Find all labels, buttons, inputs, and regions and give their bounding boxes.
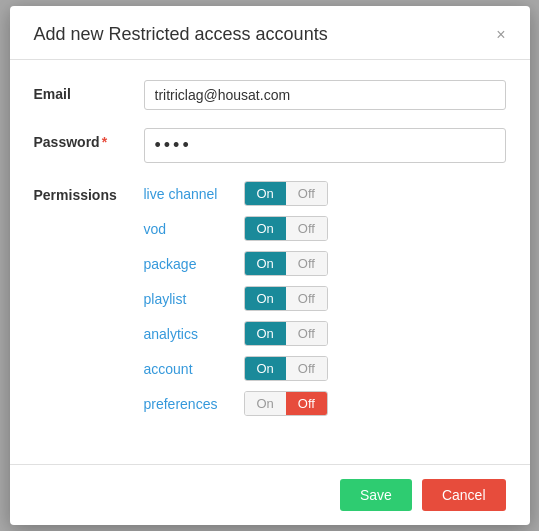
off-toggle-button[interactable]: Off (286, 252, 327, 275)
on-toggle-button[interactable]: On (245, 322, 286, 345)
permission-row: playlistOnOff (144, 286, 506, 311)
off-toggle-button[interactable]: Off (286, 182, 327, 205)
on-toggle-button[interactable]: On (245, 357, 286, 380)
permission-row: live channelOnOff (144, 181, 506, 206)
off-toggle-button[interactable]: Off (286, 392, 327, 415)
on-toggle-button[interactable]: On (245, 392, 286, 415)
toggle-group: OnOff (244, 251, 328, 276)
permissions-label: Permissions (34, 181, 144, 203)
email-input[interactable] (144, 80, 506, 110)
toggle-group: OnOff (244, 286, 328, 311)
on-toggle-button[interactable]: On (245, 287, 286, 310)
off-toggle-button[interactable]: Off (286, 357, 327, 380)
permission-name: preferences (144, 396, 244, 412)
permission-name: account (144, 361, 244, 377)
modal-header: Add new Restricted access accounts × (10, 6, 530, 60)
toggle-group: OnOff (244, 391, 328, 416)
permission-row: packageOnOff (144, 251, 506, 276)
close-button[interactable]: × (496, 27, 505, 43)
off-toggle-button[interactable]: Off (286, 322, 327, 345)
password-input[interactable] (144, 128, 506, 163)
permission-row: analyticsOnOff (144, 321, 506, 346)
off-toggle-button[interactable]: Off (286, 217, 327, 240)
email-label: Email (34, 80, 144, 102)
permission-name: live channel (144, 186, 244, 202)
email-row: Email (34, 80, 506, 110)
permissions-container: live channelOnOffvodOnOffpackageOnOffpla… (144, 181, 506, 426)
toggle-group: OnOff (244, 356, 328, 381)
permission-name: analytics (144, 326, 244, 342)
permission-name: vod (144, 221, 244, 237)
modal-dialog: Add new Restricted access accounts × Ema… (10, 6, 530, 525)
modal-footer: Save Cancel (10, 464, 530, 525)
modal-title: Add new Restricted access accounts (34, 24, 328, 45)
toggle-group: OnOff (244, 216, 328, 241)
on-toggle-button[interactable]: On (245, 217, 286, 240)
permission-row: accountOnOff (144, 356, 506, 381)
permission-name: package (144, 256, 244, 272)
cancel-button[interactable]: Cancel (422, 479, 506, 511)
password-row: Password (34, 128, 506, 163)
permission-row: vodOnOff (144, 216, 506, 241)
password-label: Password (34, 128, 144, 150)
modal-overlay: Add new Restricted access accounts × Ema… (0, 0, 539, 531)
toggle-group: OnOff (244, 321, 328, 346)
toggle-group: OnOff (244, 181, 328, 206)
permission-name: playlist (144, 291, 244, 307)
off-toggle-button[interactable]: Off (286, 287, 327, 310)
save-button[interactable]: Save (340, 479, 412, 511)
on-toggle-button[interactable]: On (245, 252, 286, 275)
on-toggle-button[interactable]: On (245, 182, 286, 205)
modal-body: Email Password Permissions live channelO… (10, 60, 530, 464)
permission-row: preferencesOnOff (144, 391, 506, 416)
permissions-row: Permissions live channelOnOffvodOnOffpac… (34, 181, 506, 426)
